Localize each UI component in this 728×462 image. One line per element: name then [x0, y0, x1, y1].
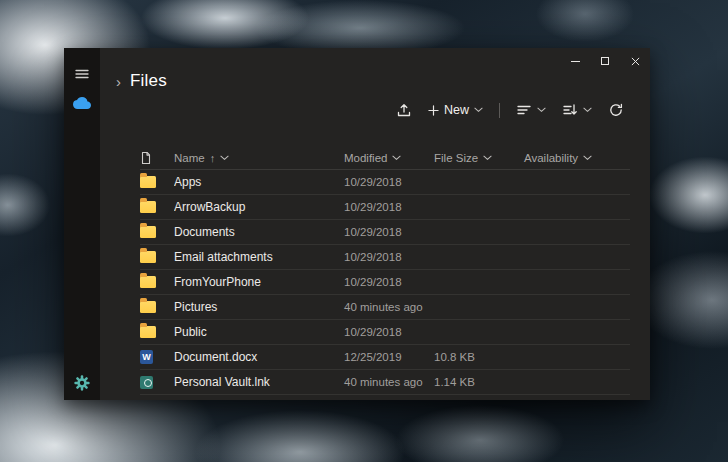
file-row[interactable]: Personal Vault.lnk 40 minutes ago 1.14 K…: [140, 370, 630, 395]
file-modified: 10/29/2018: [344, 326, 434, 338]
header-file-size-label: File Size: [434, 152, 478, 164]
file-row[interactable]: Documents 10/29/2018: [140, 220, 630, 245]
file-name: ArrowBackup: [174, 200, 344, 214]
file-modified: 10/29/2018: [344, 226, 434, 238]
upload-button[interactable]: [396, 102, 412, 118]
file-icon-cell: [140, 251, 174, 263]
plus-icon: [428, 105, 439, 116]
window-controls: [560, 48, 650, 74]
desktop-wallpaper: › Files New: [0, 0, 728, 462]
file-icon-cell: [140, 350, 174, 364]
file-name: Documents: [174, 225, 344, 239]
onedrive-button[interactable]: [73, 94, 91, 112]
file-icon-cell: [140, 276, 174, 288]
header-name-label: Name: [174, 152, 205, 164]
file-modified: 12/25/2019: [344, 351, 434, 363]
onedrive-app-window: › Files New: [64, 48, 650, 400]
sort-descending-icon: [562, 102, 578, 118]
refresh-button[interactable]: [608, 102, 624, 118]
chevron-down-icon: [474, 107, 483, 113]
file-row[interactable]: FromYourPhone 10/29/2018: [140, 270, 630, 295]
file-list: Apps 10/29/2018 ArrowBackup 10/29/2018 D…: [140, 170, 630, 395]
close-icon: [631, 57, 640, 66]
folder-icon: [140, 326, 156, 338]
header-modified[interactable]: Modified: [344, 152, 434, 164]
header-availability-label: Availability: [524, 152, 578, 164]
new-button-label: New: [444, 103, 469, 117]
file-modified: 10/29/2018: [344, 201, 434, 213]
vault-icon: [140, 376, 153, 389]
page-title: Files: [130, 71, 167, 91]
chevron-down-icon: [392, 155, 401, 161]
cloud-icon: [73, 94, 91, 112]
file-name: FromYourPhone: [174, 275, 344, 289]
main-panel: › Files New: [100, 48, 650, 400]
file-modified: 10/29/2018: [344, 251, 434, 263]
file-name: Email attachments: [174, 250, 344, 264]
file-modified: 40 minutes ago: [344, 301, 434, 313]
folder-icon: [140, 201, 156, 213]
file-size: 1.14 KB: [434, 376, 524, 388]
chevron-down-icon: [583, 107, 592, 113]
sort-lines-icon: [516, 102, 532, 118]
file-size: 10.8 KB: [434, 351, 524, 363]
settings-button[interactable]: [73, 374, 91, 392]
header-name[interactable]: Name ↑: [174, 152, 344, 164]
chevron-down-icon: [483, 155, 492, 161]
sort-order-button[interactable]: [562, 102, 592, 118]
file-icon-cell: [140, 376, 174, 389]
file-row[interactable]: Public 10/29/2018: [140, 320, 630, 345]
table-header: Name ↑ Modified File Size Availability: [140, 146, 630, 170]
upload-icon: [396, 102, 412, 118]
chevron-down-icon: [220, 155, 229, 161]
folder-icon: [140, 251, 156, 263]
file-modified: 10/29/2018: [344, 176, 434, 188]
document-icon: [140, 151, 152, 165]
chevron-down-icon: [583, 155, 592, 161]
header-availability[interactable]: Availability: [524, 152, 630, 164]
breadcrumb-chevron: ›: [116, 73, 121, 90]
file-name: Public: [174, 325, 344, 339]
file-icon-cell: [140, 301, 174, 313]
toolbar-divider: [499, 103, 500, 118]
header-file-size[interactable]: File Size: [434, 152, 524, 164]
file-row[interactable]: Document.docx 12/25/2019 10.8 KB: [140, 345, 630, 370]
file-name: Apps: [174, 175, 344, 189]
file-name: Document.docx: [174, 350, 344, 364]
folder-icon: [140, 276, 156, 288]
file-table: Name ↑ Modified File Size Availability: [140, 146, 630, 395]
folder-icon: [140, 301, 156, 313]
folder-icon: [140, 176, 156, 188]
file-row[interactable]: ArrowBackup 10/29/2018: [140, 195, 630, 220]
sidebar: [64, 48, 100, 400]
file-row[interactable]: Email attachments 10/29/2018: [140, 245, 630, 270]
gear-icon: [73, 374, 91, 392]
file-icon-cell: [140, 176, 174, 188]
menu-button[interactable]: [74, 66, 90, 82]
close-button[interactable]: [620, 48, 650, 74]
refresh-icon: [608, 102, 624, 118]
sort-button[interactable]: [516, 102, 546, 118]
header-file-type[interactable]: [140, 151, 174, 165]
word-icon: [140, 350, 153, 364]
folder-icon: [140, 226, 156, 238]
file-name: Pictures: [174, 300, 344, 314]
toolbar: New: [100, 96, 624, 124]
file-row[interactable]: Apps 10/29/2018: [140, 170, 630, 195]
file-icon-cell: [140, 226, 174, 238]
chevron-down-icon: [537, 107, 546, 113]
maximize-button[interactable]: [590, 48, 620, 74]
file-name: Personal Vault.lnk: [174, 375, 344, 389]
new-button[interactable]: New: [428, 103, 483, 117]
minimize-button[interactable]: [560, 48, 590, 74]
file-modified: 10/29/2018: [344, 276, 434, 288]
minimize-icon: [571, 61, 580, 62]
header-modified-label: Modified: [344, 152, 387, 164]
file-icon-cell: [140, 201, 174, 213]
sort-ascending-indicator: ↑: [210, 152, 216, 164]
hamburger-icon: [74, 66, 90, 82]
file-row[interactable]: Pictures 40 minutes ago: [140, 295, 630, 320]
maximize-icon: [601, 57, 609, 65]
file-modified: 40 minutes ago: [344, 376, 434, 388]
file-icon-cell: [140, 326, 174, 338]
